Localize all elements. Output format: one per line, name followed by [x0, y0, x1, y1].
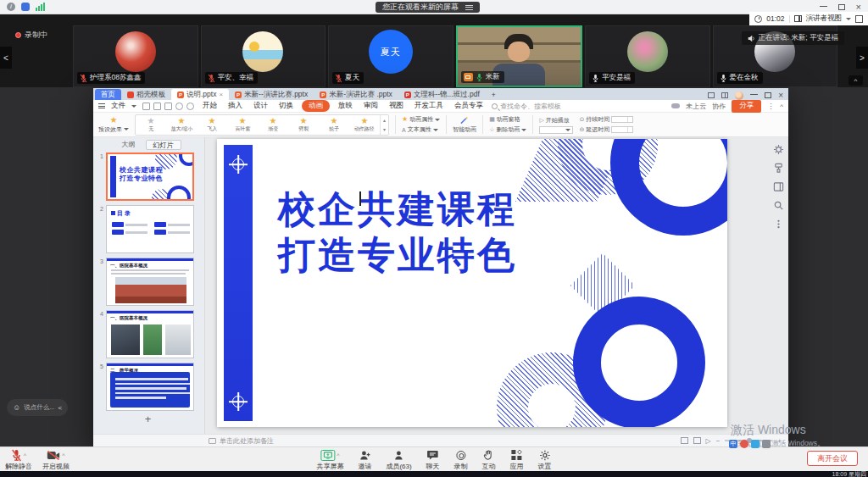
- text-properties-button[interactable]: A文本属性: [402, 125, 440, 134]
- unmute-button[interactable]: ^ 解除静音: [5, 449, 32, 471]
- tray-icon[interactable]: [751, 440, 760, 448]
- gallery-item-wheel[interactable]: ★轮子: [319, 117, 349, 133]
- format-brush-icon[interactable]: [773, 163, 784, 174]
- fullscreen-icon[interactable]: [855, 15, 863, 23]
- notes-hint[interactable]: 单击此处添加备注: [220, 436, 274, 446]
- video-scroll-left[interactable]: <: [0, 47, 12, 69]
- tab-document[interactable]: P文理科--锦...班过.pdf: [398, 89, 486, 100]
- participant-tile[interactable]: 平安、幸福: [201, 25, 326, 87]
- leave-meeting-button[interactable]: 离开会议: [807, 451, 858, 466]
- menu-membership[interactable]: 会员专享: [452, 100, 486, 112]
- gallery-scroll[interactable]: ▴▾: [380, 115, 388, 135]
- find-icon[interactable]: [773, 200, 784, 211]
- properties-icon[interactable]: [773, 144, 784, 155]
- delay-spinner[interactable]: [611, 126, 633, 133]
- slide-thumbnail-3[interactable]: 一、医院基本概况: [106, 258, 194, 306]
- split-window-icon[interactable]: [708, 92, 715, 98]
- workspace-icon[interactable]: [721, 92, 728, 98]
- redo-icon[interactable]: [186, 103, 194, 110]
- pill-menu-icon[interactable]: [465, 3, 473, 11]
- more-tools-icon[interactable]: [773, 219, 784, 230]
- watching-screen-pill[interactable]: 您正在观看米新的屏幕: [376, 2, 480, 13]
- mic-options-caret[interactable]: ^: [24, 452, 26, 458]
- share-screen-button[interactable]: ^ 共享屏幕: [316, 449, 343, 471]
- tab-close-icon[interactable]: ×: [219, 91, 223, 98]
- tab-document-active[interactable]: P说明.pptx×: [171, 89, 229, 100]
- share-options-caret[interactable]: ^: [337, 452, 339, 458]
- slide-thumbnail-1-selected[interactable]: 校企共建课程打造专业特色: [106, 153, 194, 201]
- print-icon[interactable]: [164, 103, 172, 110]
- tab-document[interactable]: P米新-演讲比赛 .pptx: [314, 89, 398, 100]
- zoom-out-button[interactable]: −: [716, 437, 721, 445]
- menu-insert[interactable]: 插入: [225, 100, 245, 112]
- duration-spinner[interactable]: [611, 116, 633, 123]
- gallery-item-none[interactable]: ★无: [136, 117, 166, 133]
- sorter-view-icon[interactable]: [693, 437, 701, 444]
- chat-button[interactable]: 聊天: [426, 449, 440, 471]
- menu-slideshow[interactable]: 放映: [336, 100, 355, 112]
- layout-pane-icon[interactable]: [773, 181, 784, 192]
- participant-tile[interactable]: 平安是福: [585, 25, 710, 87]
- menu-transition[interactable]: 切换: [276, 100, 296, 112]
- menu-start[interactable]: 开始: [200, 100, 220, 112]
- record-button[interactable]: 录制: [454, 449, 468, 471]
- start-video-button[interactable]: ^ 开启视频: [42, 449, 70, 471]
- new-slide-button[interactable]: +: [96, 415, 200, 424]
- tab-home[interactable]: 首页: [95, 89, 121, 100]
- tray-icon[interactable]: [762, 440, 771, 448]
- chat-placeholder[interactable]: 说点什么...: [24, 403, 54, 412]
- output-icon[interactable]: [153, 103, 161, 110]
- tab-docer[interactable]: 稻壳模板: [121, 89, 171, 100]
- menu-review[interactable]: 审阅: [361, 100, 381, 112]
- security-shield-icon[interactable]: [21, 3, 30, 11]
- undo-icon[interactable]: [175, 103, 183, 110]
- share-button[interactable]: 分享: [732, 100, 761, 113]
- windows-taskbar[interactable]: 18:09 星期四: [0, 471, 868, 477]
- play-view-icon[interactable]: ▷: [706, 437, 711, 445]
- gallery-item-zoom[interactable]: ★放大/缩小: [166, 117, 197, 133]
- participant-tile-speaking[interactable]: 米新: [456, 25, 583, 87]
- gallery-item-fade[interactable]: ★渐变: [258, 117, 288, 133]
- video-scroll-right[interactable]: >: [856, 47, 868, 69]
- tab-slides[interactable]: 幻灯片: [146, 140, 181, 150]
- menu-devtools[interactable]: 开发工具: [412, 100, 446, 112]
- trigger-dropdown[interactable]: [539, 126, 573, 134]
- gallery-item-blinds[interactable]: ★百叶窗: [227, 117, 258, 133]
- wps-restore-button[interactable]: [765, 92, 771, 98]
- window-minimize-button[interactable]: [820, 6, 827, 7]
- tab-document[interactable]: P米新--演讲比赛.pptx: [229, 89, 314, 100]
- collapse-video-strip[interactable]: ^: [849, 75, 863, 86]
- slide-thumbnail-2[interactable]: 目 录: [106, 205, 194, 253]
- gallery-item-motion-path[interactable]: ★动作路径: [349, 117, 380, 133]
- hamburger-icon[interactable]: [98, 103, 105, 110]
- slide-title[interactable]: 校企共建课程 打造专业特色: [278, 186, 517, 278]
- save-icon[interactable]: [142, 103, 150, 110]
- start-play-button[interactable]: ▷开始播放: [539, 116, 573, 125]
- slide-thumbnail-4[interactable]: 一、医院基本概况: [106, 310, 194, 358]
- animation-pane-button[interactable]: ▦动画窗格: [489, 115, 526, 124]
- menu-animation-active[interactable]: 动画: [302, 100, 330, 112]
- menu-file[interactable]: 文件: [111, 101, 125, 111]
- normal-view-icon[interactable]: [681, 437, 688, 444]
- cloud-status[interactable]: 未上云: [686, 102, 706, 111]
- info-icon[interactable]: i: [7, 3, 15, 11]
- participant-tile[interactable]: 夏天 夏天: [328, 25, 453, 87]
- smart-animation-button[interactable]: 智能动画: [453, 115, 476, 134]
- tab-outline[interactable]: 大纲: [115, 140, 142, 150]
- menu-view[interactable]: 视图: [387, 100, 406, 112]
- settings-button[interactable]: 设置: [538, 449, 552, 471]
- delete-animation-button[interactable]: ☆删除动画: [489, 125, 526, 134]
- view-mode-selector[interactable]: 演讲者视图: [806, 14, 843, 24]
- collapse-chat-icon[interactable]: <: [58, 404, 62, 412]
- ime-language-icon[interactable]: 中: [729, 440, 737, 448]
- invite-button[interactable]: 邀请: [358, 449, 371, 471]
- apps-button[interactable]: 应用: [510, 449, 524, 471]
- participant-tile[interactable]: 护理系08苏鑫鑫: [73, 25, 198, 87]
- new-tab-button[interactable]: +: [486, 89, 502, 100]
- quick-chat-pill[interactable]: ☺ 说点什么... <: [7, 399, 68, 416]
- emoji-icon[interactable]: ☺: [13, 403, 20, 412]
- collaborate-button[interactable]: 协作: [712, 102, 726, 111]
- tray-icon[interactable]: [740, 440, 748, 448]
- account-avatar[interactable]: [735, 92, 743, 100]
- collapse-ribbon-icon[interactable]: ^: [780, 103, 783, 110]
